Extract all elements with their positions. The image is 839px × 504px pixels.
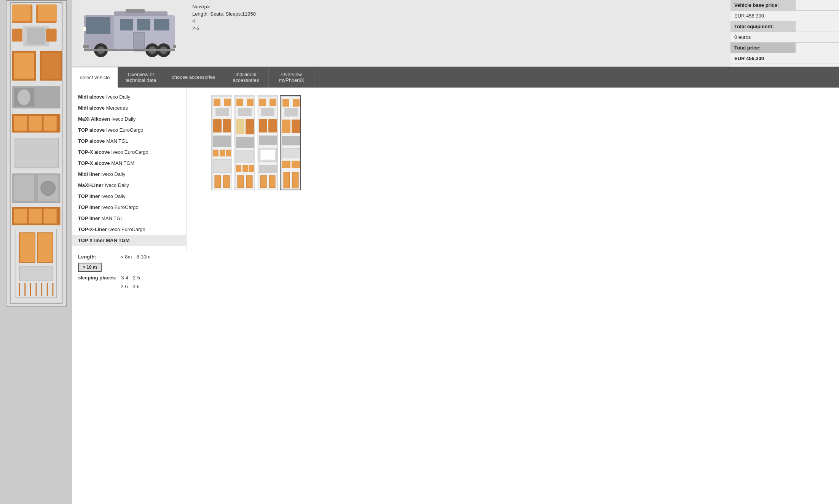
svg-rect-96	[260, 150, 275, 160]
svg-rect-55	[83, 27, 86, 31]
svg-rect-76	[236, 99, 243, 106]
svg-rect-46	[137, 19, 150, 30]
fp-thumb-4[interactable]	[280, 95, 301, 190]
svg-rect-70	[220, 150, 225, 156]
svg-rect-58	[84, 49, 175, 51]
svg-rect-28	[14, 209, 27, 223]
total-equipment-amount: 0 euros	[731, 32, 839, 42]
svg-rect-19	[29, 116, 42, 131]
sleeping-label: sleeping places:	[78, 275, 116, 281]
vehicle-image-area	[72, 0, 187, 67]
svg-rect-73	[215, 175, 221, 188]
svg-rect-81	[236, 137, 254, 148]
svg-rect-4	[38, 5, 57, 21]
svg-rect-106	[282, 136, 300, 145]
base-price-amount: EUR 456,300	[731, 11, 839, 21]
sleeping-2-6[interactable]: 2-6	[121, 284, 128, 289]
svg-rect-18	[14, 116, 27, 131]
length-options-row: Length: < 8m 8-10m	[78, 254, 196, 260]
vehicle-item-4[interactable]: TOP alcove Iveco EuroCargo	[72, 124, 186, 136]
vehicle-item-14[interactable]: TOP X liner MAN TGM	[72, 235, 186, 246]
svg-rect-85	[249, 165, 254, 172]
vehicle-list: Midi alcove Iveco Daily Midi alcove Merc…	[72, 88, 187, 250]
svg-rect-8	[46, 29, 56, 41]
base-price-value	[796, 0, 839, 10]
svg-rect-82	[236, 151, 254, 162]
vehicle-item-13[interactable]: TOP-X-Liner Iveco EuroCargo	[72, 224, 186, 235]
vehicle-item-10[interactable]: TOP liner Iveco Daily	[72, 191, 186, 202]
svg-rect-47	[154, 19, 169, 30]
fp-thumb-3[interactable]	[257, 95, 278, 190]
svg-rect-65	[215, 108, 229, 116]
svg-rect-107	[282, 148, 300, 158]
fp-thumb-2[interactable]	[234, 95, 255, 190]
svg-rect-79	[236, 119, 244, 134]
svg-rect-45	[120, 19, 133, 30]
vehicle-item-5[interactable]: TOP alcove MAN TGL	[72, 136, 186, 147]
fp-thumb-1[interactable]	[211, 95, 232, 190]
nm-text: Nm</p>	[192, 4, 725, 10]
svg-rect-108	[282, 161, 290, 168]
svg-rect-109	[292, 161, 300, 168]
svg-rect-78	[238, 108, 252, 116]
svg-rect-7	[12, 29, 22, 41]
vehicle-item-7[interactable]: TOP-X alcove MAN TGM	[72, 158, 186, 169]
svg-rect-12	[42, 53, 61, 79]
svg-rect-29	[29, 209, 42, 223]
vehicle-item-8[interactable]: Midi liner Iveco Daily	[72, 169, 186, 180]
svg-rect-44	[86, 17, 110, 34]
length-label: Length: Seats: Sleeps:	[192, 11, 242, 17]
svg-rect-20	[44, 116, 57, 131]
svg-rect-15	[38, 88, 59, 107]
sleeping-3-4[interactable]: 3-4	[121, 275, 128, 281]
svg-point-16	[17, 89, 30, 105]
length-btn-large[interactable]: > 10 m	[78, 263, 102, 272]
svg-point-26	[41, 181, 56, 196]
svg-rect-6	[27, 28, 46, 45]
sidebar-floorplan	[0, 0, 72, 504]
svg-rect-97	[259, 165, 277, 173]
svg-rect-74	[223, 175, 230, 188]
svg-rect-101	[282, 99, 289, 107]
total-price-amount: EUR 456,300	[731, 53, 839, 64]
svg-rect-87	[246, 175, 252, 188]
tab-individual-accessories[interactable]: Individual accessories	[223, 67, 269, 88]
svg-rect-32	[19, 233, 35, 262]
svg-rect-80	[246, 119, 254, 134]
svg-rect-90	[270, 99, 276, 106]
content-area: Midi alcove Iveco Daily Midi alcove Merc…	[72, 88, 839, 504]
vehicle-item-12[interactable]: TOP liner MAN TGL	[72, 213, 186, 224]
length-option-small[interactable]: < 8m	[121, 254, 132, 260]
tab-overview-myphoenix[interactable]: Overview myPhoeniX	[269, 67, 314, 88]
svg-rect-69	[213, 150, 219, 156]
sleeping-options-row: sleeping places: 3-4 2-5	[78, 275, 196, 281]
total-price-value-row: EUR 456,300	[731, 53, 839, 64]
sleeping-4-6[interactable]: 4-6	[132, 284, 140, 289]
pricing-area: Vehicle base price: EUR 456,300 Total eq…	[731, 0, 839, 67]
svg-rect-89	[259, 99, 266, 106]
seats-value: 4	[192, 18, 725, 24]
svg-rect-56	[83, 45, 89, 48]
svg-rect-111	[292, 172, 298, 188]
vehicle-item-1[interactable]: Midi alcove Iveco Daily	[72, 91, 186, 102]
vehicle-item-6[interactable]: TOP-X alcove Iveco EuroCargo	[72, 147, 186, 158]
sleeping-2-5[interactable]: 2-5	[133, 275, 140, 281]
svg-rect-60	[126, 9, 145, 13]
length-option-medium[interactable]: 8-10m	[136, 254, 150, 260]
floorplan-thumbnails	[207, 91, 833, 194]
tab-select-vehicle[interactable]: select vehicle	[72, 67, 118, 88]
svg-rect-86	[238, 175, 244, 188]
vehicle-item-2[interactable]: Midi alcove Mercedes	[72, 102, 186, 113]
tab-accessories[interactable]: choose accessories	[164, 67, 223, 88]
svg-rect-33	[37, 233, 53, 262]
vehicle-item-3[interactable]: MaXi Alkoven Iveco Daily	[72, 113, 186, 124]
vehicle-specs-area: Nm</p> Length: Seats: Sleeps:11950 4 2-5	[187, 0, 731, 67]
svg-rect-10	[14, 53, 35, 79]
vehicle-item-9[interactable]: MaXi-Liner Iveco Daily	[72, 180, 186, 191]
vehicle-item-11[interactable]: TOP liner Iveco EuroCargo	[72, 202, 186, 213]
svg-rect-67	[223, 119, 231, 132]
right-panel	[202, 88, 839, 504]
svg-rect-103	[284, 108, 298, 116]
svg-rect-104	[282, 120, 290, 133]
tab-technical-data[interactable]: Overview of technical data	[118, 67, 164, 88]
